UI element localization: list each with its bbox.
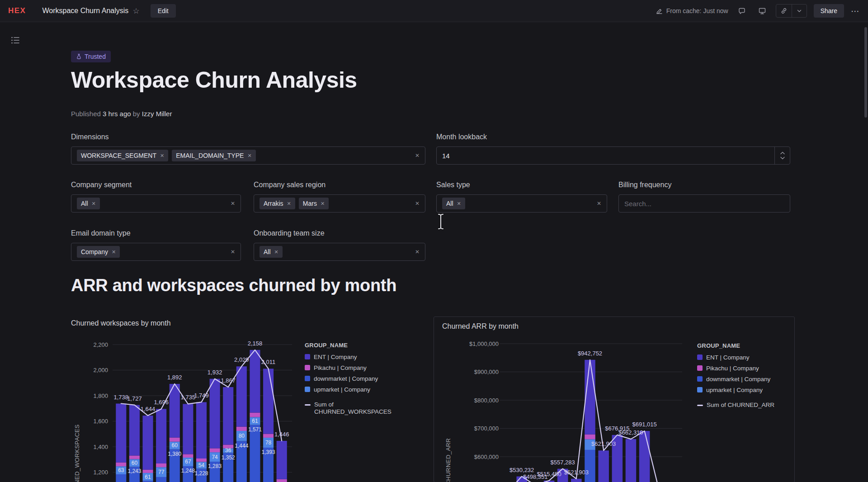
filter-chip[interactable]: All✕ [259,246,283,258]
filter-chip[interactable]: All✕ [442,198,465,209]
published-byline: by [133,110,140,118]
chip-label: All [446,200,453,207]
company-segment-label: Company segment [71,181,132,189]
svg-text:1,892: 1,892 [167,374,182,381]
chip-remove-icon[interactable]: ✕ [274,249,278,255]
legend-swatch [697,387,703,392]
y-axis-title: CHURNED_WORKSPACES [74,424,80,482]
onboarding-team-size-chips: All✕ [259,246,283,258]
svg-text:2,029: 2,029 [234,356,249,363]
clear-all-icon[interactable]: ✕ [231,249,235,255]
svg-text:$521,903: $521,903 [564,469,589,476]
svg-text:$1,000,000: $1,000,000 [469,342,499,347]
svg-text:36: 36 [225,447,231,454]
chart-legend: GROUP_NAME ENT | CompanyPikachu | Compan… [697,342,783,412]
legend-item[interactable]: ENT | Company [697,354,783,362]
chip-remove-icon[interactable]: ✕ [321,201,325,207]
legend-item[interactable]: upmarket | Company [697,387,783,394]
chevron-down-icon [796,8,802,14]
published-line: Published 3 hrs ago by Izzy Miller [71,110,172,118]
legend-item-line[interactable]: Sum of CHURNED_ARR [697,402,783,409]
legend-item[interactable]: Pikachu | Company [305,364,384,372]
chip-remove-icon[interactable]: ✕ [112,249,116,255]
favorite-star-icon[interactable]: ☆ [132,6,139,16]
onboarding-team-size-input[interactable]: All✕ ✕ [254,243,425,261]
svg-text:$515,450: $515,450 [537,471,561,477]
legend-swatch [697,365,703,371]
link-options-button[interactable] [792,5,807,17]
svg-text:1,444: 1,444 [235,443,248,449]
trusted-badge-label: Trusted [85,53,106,60]
filter-chip[interactable]: Arrakis✕ [259,198,295,209]
chip-remove-icon[interactable]: ✕ [247,153,251,159]
legend-item[interactable]: downmarket | Company [305,375,384,383]
number-stepper[interactable] [774,147,790,164]
churned-workspaces-chart-cell: Churned workspaces by month CHURNED_WORK… [71,317,387,482]
legend-swatch [305,376,310,381]
svg-text:74: 74 [212,454,218,460]
filter-chip[interactable]: Company✕ [77,246,120,258]
filter-chip[interactable]: EMAIL_DOMAIN_TYPE✕ [172,150,255,161]
legend-item-line[interactable]: Sum of CHURNED_WORKSPACES [305,401,384,416]
svg-text:$800,000: $800,000 [474,397,499,404]
legend-item[interactable]: Pikachu | Company [697,365,783,373]
svg-text:$557,283: $557,283 [551,459,575,466]
chip-remove-icon[interactable]: ✕ [457,201,461,207]
email-domain-type-label: Email domain type [71,229,131,237]
churned-arr-chart[interactable]: $1,000,000$900,000$800,000$700,000$600,0… [452,342,687,482]
svg-text:$662,310: $662,310 [618,429,643,436]
y-axis-title: CHURNED_ARR [445,438,452,482]
cache-status-text: From cache: Just now [666,7,728,14]
chart-title: Churned workspaces by month [71,319,171,327]
svg-text:1,735: 1,735 [181,394,196,401]
comments-button[interactable] [735,4,749,18]
stepper-down-icon[interactable] [780,156,785,160]
clear-all-icon[interactable]: ✕ [415,152,420,159]
month-lookback-input[interactable]: 14 [436,146,790,165]
share-button[interactable]: Share [814,4,844,18]
svg-text:1,400: 1,400 [93,444,108,450]
sales-type-input[interactable]: All✕ ✕ [436,194,607,213]
svg-text:$600,000: $600,000 [474,454,499,460]
chip-label: Company [81,248,108,255]
scrollbar-thumb[interactable] [864,27,867,118]
copy-link-button[interactable] [776,5,792,17]
filter-chip[interactable]: Mars✕ [299,198,329,209]
chip-remove-icon[interactable]: ✕ [160,153,164,159]
billing-frequency-input[interactable]: Search... [618,194,790,213]
legend-label: Sum of CHURNED_WORKSPACES [314,401,392,416]
legend-swatch [305,354,310,359]
legend-item[interactable]: ENT | Company [305,354,384,361]
legend-item[interactable]: downmarket | Company [697,376,783,383]
filter-chip[interactable]: WORKSPACE_SEGMENT✕ [77,150,168,161]
svg-text:67: 67 [185,458,191,465]
chip-remove-icon[interactable]: ✕ [92,201,96,207]
stepper-up-icon[interactable] [780,151,785,155]
section-title: ARR and workspaces churned by month [71,276,396,295]
clear-all-icon[interactable]: ✕ [231,200,235,207]
company-sales-region-input[interactable]: Arrakis✕Mars✕ ✕ [254,194,425,213]
svg-text:2,000: 2,000 [93,367,108,373]
svg-text:54: 54 [198,462,205,468]
hex-logo[interactable]: HEX [8,6,26,15]
email-domain-type-input[interactable]: Company✕ ✕ [71,243,241,261]
company-segment-input[interactable]: All✕ ✕ [71,194,241,213]
clear-all-icon[interactable]: ✕ [597,200,601,207]
edit-button[interactable]: Edit [151,4,176,18]
dimensions-input[interactable]: WORKSPACE_SEGMENT✕EMAIL_DOMAIN_TYPE✕ ✕ [71,146,425,165]
legend-label: downmarket | Company [314,375,378,383]
clear-all-icon[interactable]: ✕ [415,249,420,255]
comment-icon [738,7,746,15]
legend-item[interactable]: upmarket | Company [305,386,384,394]
svg-text:60: 60 [132,460,138,466]
legend-line-swatch [697,405,703,406]
more-options-button[interactable]: ⋯ [851,7,860,15]
clear-all-icon[interactable]: ✕ [415,200,420,207]
churned-workspaces-chart[interactable]: 2,2002,0001,8001,6001,4001,200631,243606… [80,341,292,482]
month-lookback-value[interactable]: 14 [442,152,450,160]
present-button[interactable] [755,4,769,18]
filter-chip[interactable]: All✕ [77,198,100,209]
chip-remove-icon[interactable]: ✕ [287,201,291,207]
outline-toggle-button[interactable] [11,36,20,46]
published-author[interactable]: Izzy Miller [142,110,172,118]
